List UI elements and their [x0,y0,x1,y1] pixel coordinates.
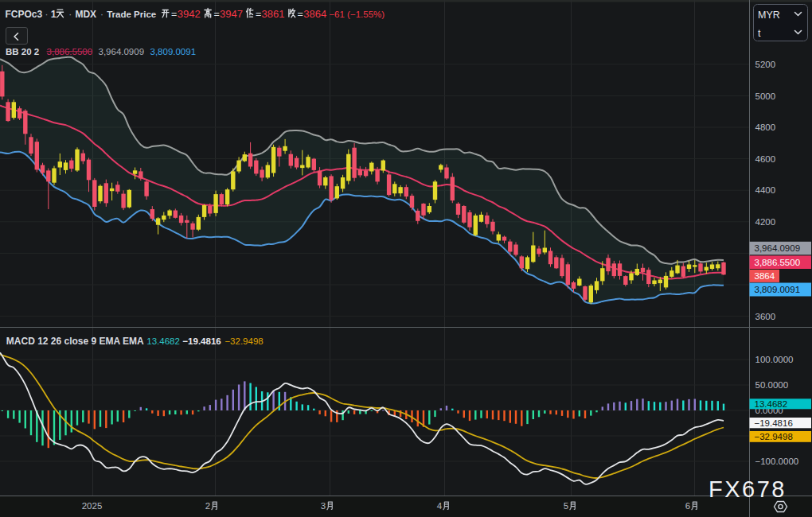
svg-text:−61 (−1.55%): −61 (−1.55%) [329,10,385,19]
svg-text:3864: 3864 [303,8,326,20]
svg-text:Trade Price: Trade Price [107,10,156,19]
svg-text:−19.4816: −19.4816 [182,336,221,346]
svg-text:3,964.0909: 3,964.0909 [755,243,801,253]
svg-text:−32.9498: −32.9498 [224,336,263,346]
svg-text:3942: 3942 [178,8,201,20]
svg-text:5000: 5000 [755,91,776,101]
svg-text:=: = [298,9,303,20]
svg-text:t: t [758,28,761,39]
svg-text:2025: 2025 [82,501,103,511]
svg-text:MYR: MYR [758,10,780,21]
svg-text:·: · [45,9,49,20]
svg-text:MACD 12 26 close 9 EMA EMA: MACD 12 26 close 9 EMA EMA [6,336,144,347]
svg-text:2: 2 [205,501,210,511]
svg-text:3,809.0091: 3,809.0091 [755,285,801,294]
svg-text:3947: 3947 [220,8,243,20]
svg-text:5: 5 [564,501,568,511]
svg-text:3864: 3864 [755,271,775,281]
svg-text:13.4682: 13.4682 [755,399,788,409]
svg-text:−100.0000: −100.0000 [755,457,799,466]
svg-text:5200: 5200 [755,60,776,69]
svg-text:BB 20 2: BB 20 2 [6,47,39,56]
svg-text:6: 6 [685,501,690,511]
svg-text:100.0000: 100.0000 [755,355,794,364]
svg-text:4200: 4200 [755,217,776,227]
svg-text:3,809.0091: 3,809.0091 [150,47,197,56]
svg-text:FCPOc3: FCPOc3 [6,9,43,20]
svg-text:=: = [171,9,177,20]
svg-text:3: 3 [321,501,326,511]
svg-text:50.0000: 50.0000 [755,380,789,390]
svg-text:·: · [68,9,72,20]
svg-text:=: = [214,9,220,20]
svg-text:3,964.0909: 3,964.0909 [99,47,145,56]
svg-text:3861: 3861 [262,8,285,20]
svg-text:FX678: FX678 [709,476,787,502]
svg-text:13.4682: 13.4682 [146,336,180,346]
svg-text:3,886.5500: 3,886.5500 [755,258,801,267]
svg-text:MDX: MDX [75,9,96,20]
svg-text:·: · [100,9,103,20]
svg-text:4800: 4800 [755,122,776,132]
svg-text:−19.4816: −19.4816 [755,418,793,428]
svg-text:−32.9498: −32.9498 [755,432,793,441]
svg-text:1: 1 [51,9,57,20]
svg-text:4: 4 [437,501,443,511]
svg-text:=: = [256,9,261,20]
svg-text:3600: 3600 [755,312,776,321]
svg-text:4400: 4400 [755,185,776,195]
svg-text:4600: 4600 [755,154,776,164]
